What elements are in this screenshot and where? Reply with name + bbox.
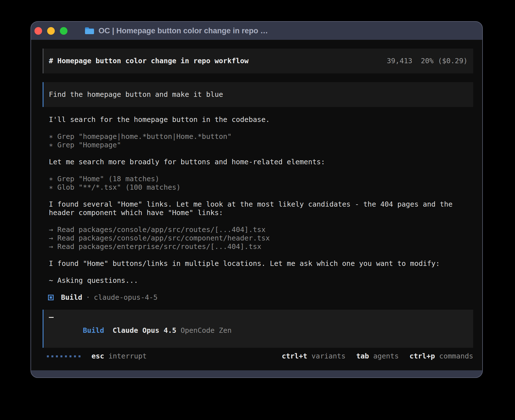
folder-icon xyxy=(84,27,95,35)
glob-tool-line: ∗ Glob "**/*.tsx" (100 matches) xyxy=(43,183,473,192)
agent-status-line: Build·claude-opus-4-5 xyxy=(43,293,473,302)
shortcut-tab: tab agents xyxy=(356,352,399,360)
window-titlebar: OC | Homepage button color change in rep… xyxy=(31,22,482,40)
spinner-dot xyxy=(65,355,67,357)
status-left: esc interrupt xyxy=(47,352,147,360)
spinner-dot xyxy=(69,355,71,357)
zoom-button[interactable] xyxy=(60,27,67,35)
assistant-text-line: I'll search for the homepage button in t… xyxy=(43,115,473,124)
esc-key-hint: esc xyxy=(91,352,104,360)
input-status-line: Build Claude Opus 4.5 OpenCode Zen xyxy=(49,318,468,343)
shortcut-ctrl-t: ctrl+t variants xyxy=(282,352,346,360)
token-count: 39,413 xyxy=(387,57,412,65)
blank-line xyxy=(43,124,473,132)
blank-line xyxy=(43,217,473,226)
session-stats: 39,413 20% ($0.29) xyxy=(387,57,468,65)
model-name[interactable]: Claude Opus 4.5 xyxy=(113,326,176,334)
provider-name: OpenCode Zen xyxy=(181,326,232,334)
status-right: ctrl+t variantstab agentsctrl+p commands xyxy=(271,352,473,360)
agent-task-icon xyxy=(48,295,54,300)
interrupt-hint: interrupt xyxy=(104,352,147,360)
user-message: Find the homepage button and make it blu… xyxy=(43,82,473,107)
close-button[interactable] xyxy=(34,27,42,35)
blank-line xyxy=(43,251,473,259)
grep-tool-line: ∗ Grep "Home" (18 matches) xyxy=(43,175,473,183)
assistant-text-line: I found several "Home" links. Let me loo… xyxy=(43,200,473,209)
read-tool-line: → Read packages/console/app/src/componen… xyxy=(43,234,473,242)
spinner-dot xyxy=(51,355,53,357)
agent-mode-label[interactable]: Build xyxy=(83,326,104,334)
spinner-dot xyxy=(74,355,76,357)
window-title: OC | Homepage button color change in rep… xyxy=(99,27,268,35)
status-bar: esc interrupt ctrl+t variantstab agentsc… xyxy=(43,352,473,360)
blank-line xyxy=(43,149,473,158)
session-header: # Homepage button color change in repo w… xyxy=(43,49,473,73)
blank-line xyxy=(43,285,473,293)
status-text-line: ~ Asking questions... xyxy=(43,276,473,285)
spinner-dot xyxy=(47,355,49,357)
read-tool-line: → Read packages/enterprise/src/routes/[.… xyxy=(43,242,473,251)
terminal-content: # Homepage button color change in repo w… xyxy=(31,40,482,370)
terminal-window: OC | Homepage button color change in rep… xyxy=(30,21,483,378)
spinner-dot xyxy=(60,355,62,357)
agent-name: Build xyxy=(61,293,82,302)
blank-line xyxy=(43,268,473,276)
agent-model: claude-opus-4-5 xyxy=(94,293,158,302)
blank-line xyxy=(43,192,473,200)
shortcut-ctrl-p: ctrl+p commands xyxy=(409,352,473,360)
minimize-button[interactable] xyxy=(47,27,55,35)
session-title: # Homepage button color change in repo w… xyxy=(49,57,248,65)
grep-tool-line: ∗ Grep "Homepage" xyxy=(43,141,473,149)
transcript: I'll search for the homepage button in t… xyxy=(43,115,473,302)
read-tool-line: → Read packages/console/app/src/routes/[… xyxy=(43,226,473,234)
assistant-text-line: I found "Home" buttons/links in multiple… xyxy=(43,259,473,268)
grep-tool-line: ∗ Grep "homepage|home.*button|Home.*butt… xyxy=(43,132,473,141)
blank-line xyxy=(43,166,473,175)
spinner-dot xyxy=(56,355,58,357)
spinner-dot xyxy=(78,355,80,357)
prompt-input[interactable]: Build Claude Opus 4.5 OpenCode Zen xyxy=(43,310,473,348)
assistant-text-line: header component which have "Home" links… xyxy=(43,209,473,217)
assistant-text-line: Let me search more broadly for buttons a… xyxy=(43,158,473,166)
spinner xyxy=(47,355,83,357)
context-usage: 20% ($0.29) xyxy=(421,57,468,65)
